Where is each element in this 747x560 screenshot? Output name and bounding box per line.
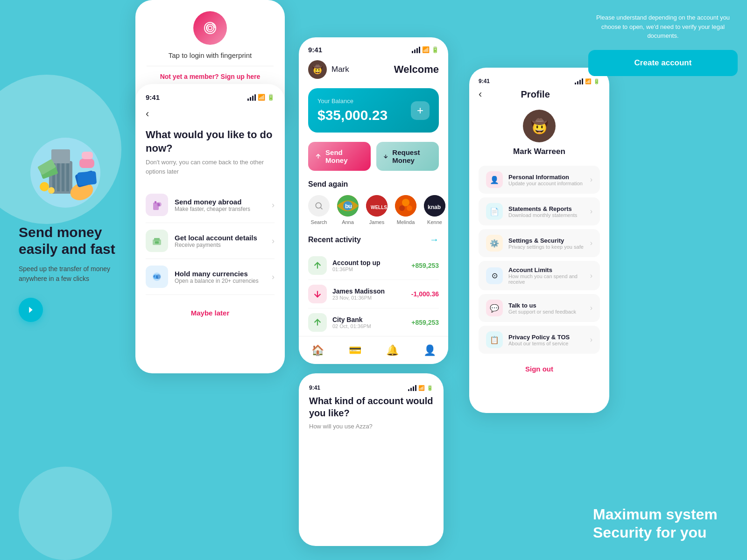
activity-name-0: Account top up	[332, 259, 411, 266]
limits-title: Account Limits	[508, 266, 590, 273]
fingerprint-content: Tap to login with fingerprint Not yet a …	[135, 0, 285, 90]
local-account-title: Get local account details	[175, 234, 272, 242]
hero-title: Send money easily and fast	[19, 224, 121, 258]
battery-icon: 🔋	[593, 78, 600, 84]
citybank-icon	[308, 313, 327, 332]
activity-time-0: 01:36PM	[332, 266, 411, 272]
nav-profile[interactable]: 👤	[423, 344, 436, 357]
account-type-sub: How will you use Azza?	[309, 423, 433, 430]
status-time: 9:41	[146, 93, 160, 101]
create-account-button[interactable]: Create account	[588, 50, 738, 76]
privacy-sub: About our terms of service	[508, 341, 590, 346]
options-screen: 9:41 📶 🔋 ‹ What would you like to do now…	[135, 84, 285, 373]
anna-avatar: bu	[337, 195, 359, 217]
menu-settings-security[interactable]: ⚙️ Settings & Security Privacy settings …	[479, 229, 600, 257]
balance-info: Your Balance $35,000.23	[317, 98, 388, 123]
option-send-abroad[interactable]: $ Send money abroad Make faster, cheaper…	[146, 187, 275, 223]
contact-anna[interactable]: bu Anna	[337, 195, 359, 225]
contact-search-label: Search	[311, 219, 327, 225]
dashboard-content: 9:41 📶 🔋 🤠 Mark Welcome Your Bal	[299, 37, 448, 345]
wifi-icon: 📶	[418, 385, 425, 391]
svg-point-31	[316, 203, 321, 208]
menu-personal-info[interactable]: 👤 Personal Information Update your accou…	[479, 166, 600, 194]
svg-text:$: $	[156, 275, 158, 280]
hero-cta-button[interactable]	[19, 298, 43, 322]
dashboard-screen: 9:41 📶 🔋 🤠 Mark Welcome Your Bal	[299, 37, 448, 364]
activity-citybank[interactable]: City Bank 02 Oct, 01:36PM +859,253	[308, 308, 439, 337]
signal-icon	[408, 385, 416, 391]
send-money-button[interactable]: Send Money	[308, 142, 371, 171]
send-again-title: Send again	[308, 180, 439, 189]
option-local-account[interactable]: Get local account details Receive paymen…	[146, 223, 275, 259]
kenne-label: Kenne	[427, 219, 442, 225]
activity-top-up[interactable]: Account top up 01:36PM +859,253	[308, 252, 439, 280]
option-currencies[interactable]: $ € Hold many currencies Open a balance …	[146, 259, 275, 295]
recent-arrow-button[interactable]: →	[430, 234, 439, 245]
recent-activity-header: Recent activity →	[308, 234, 439, 245]
balance-amount: $35,000.23	[317, 107, 388, 123]
account-type-screen: 9:41 📶 🔋 What kind of account would you …	[299, 373, 444, 546]
currencies-icon: $ €	[146, 266, 168, 288]
nav-bell[interactable]: 🔔	[386, 344, 399, 357]
menu-privacy-tos[interactable]: 📋 Privacy Policy & TOS About our terms o…	[479, 326, 600, 354]
statements-chevron: ›	[590, 207, 592, 216]
currencies-chevron: ›	[272, 272, 275, 282]
wifi-icon: 📶	[585, 78, 592, 84]
profile-back-button[interactable]: ‹	[479, 88, 482, 100]
signal-icon	[412, 47, 420, 53]
contact-melinda[interactable]: Melinda	[395, 195, 416, 225]
status-icons: 📶 🔋	[247, 94, 275, 101]
profile-statusbar: 9:41 📶 🔋	[479, 76, 600, 88]
signout-button[interactable]: Sign out	[479, 357, 600, 380]
svg-text:$: $	[158, 203, 160, 206]
battery-icon: 🔋	[427, 385, 433, 391]
local-account-icon	[146, 230, 168, 252]
settings-title: Settings & Security	[508, 237, 590, 244]
menu-talk-to-us[interactable]: 💬 Talk to us Get support or send feedbac…	[479, 294, 600, 322]
action-buttons: Send Money Request Money	[308, 142, 439, 171]
personal-info-sub: Update your account information	[508, 181, 590, 186]
hero-text: Send money easily and fast Speed up the …	[19, 224, 121, 322]
kenne-avatar: knab	[424, 195, 445, 217]
svg-text:knab: knab	[428, 204, 441, 210]
personal-info-icon: 👤	[486, 171, 503, 188]
activity-james[interactable]: James Madisson 23 Nov, 01:36PM -1,000.36	[308, 280, 439, 308]
nav-card[interactable]: 💳	[349, 344, 361, 357]
talk-chevron: ›	[590, 304, 592, 312]
signal-icon	[575, 78, 583, 84]
svg-rect-9	[77, 171, 97, 186]
contact-search[interactable]: Search	[308, 195, 330, 225]
balance-card: Your Balance $35,000.23 +	[308, 88, 439, 133]
add-balance-button[interactable]: +	[411, 101, 430, 120]
security-panel: Maximum system Security for you	[579, 487, 747, 560]
maybe-later-button[interactable]: Maybe later	[146, 309, 275, 317]
back-button[interactable]: ‹	[146, 108, 275, 120]
currencies-sub: Open a balance in 20+ currencies	[175, 278, 272, 284]
signup-link[interactable]: Sign up here	[221, 73, 261, 80]
anna-label: Anna	[342, 219, 354, 225]
profile-screen: 9:41 📶 🔋 ‹ Profile 🤠 Mark Warreen �	[469, 68, 609, 413]
menu-account-limits[interactable]: ⊙ Account Limits How much you can spend …	[479, 261, 600, 290]
talk-icon: 💬	[486, 300, 503, 316]
local-account-chevron: ›	[272, 236, 275, 246]
status-bar: 9:41 📶 🔋	[146, 93, 275, 101]
limits-sub: How much you can spend and receive	[508, 273, 590, 285]
top-up-icon	[308, 256, 327, 275]
svg-text:WELLS: WELLS	[371, 205, 387, 210]
search-avatar	[308, 195, 330, 217]
contact-james[interactable]: WELLS James	[366, 195, 388, 225]
user-name: Mark	[331, 65, 349, 74]
nav-home[interactable]: 🏠	[311, 344, 324, 357]
fingerprint-icon-circle[interactable]	[193, 11, 227, 45]
svg-rect-12	[79, 159, 94, 168]
recent-title: Recent activity	[308, 236, 361, 244]
settings-chevron: ›	[590, 239, 592, 247]
activity-amount-1: -1,000.36	[411, 290, 439, 298]
request-money-button[interactable]: Request Money	[376, 142, 439, 171]
battery-icon: 🔋	[431, 46, 439, 53]
profile-username: Mark Warreen	[513, 147, 565, 156]
limits-chevron: ›	[590, 272, 592, 280]
menu-statements[interactable]: 📄 Statements & Reports Download monthly …	[479, 197, 600, 225]
contact-kenne[interactable]: knab Kenne	[424, 195, 445, 225]
balance-label: Your Balance	[317, 98, 388, 105]
